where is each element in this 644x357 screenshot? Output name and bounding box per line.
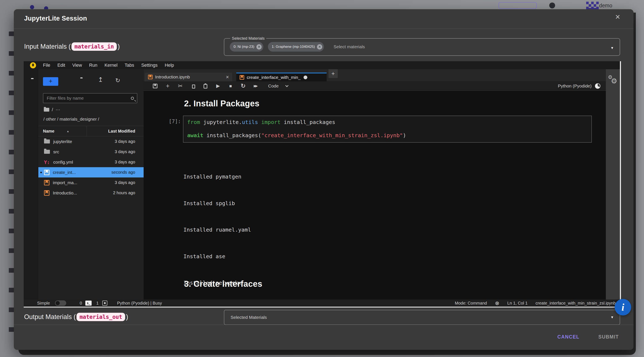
sort-ascending-icon[interactable] [66, 130, 69, 133]
info-icon: i [622, 301, 624, 313]
paste-icon[interactable] [202, 84, 208, 89]
new-launcher-button[interactable]: + [43, 77, 58, 86]
notebook-tab[interactable]: Introduction.ipynb [145, 73, 232, 81]
file-type-icon [44, 190, 50, 196]
menu-item[interactable]: Run [86, 63, 101, 68]
search-icon [131, 97, 134, 100]
filter-files-input[interactable] [46, 95, 131, 101]
file-modified: 2 hours ago [113, 190, 135, 195]
material-chip[interactable]: 0: Ni (mp-23) [230, 42, 263, 52]
output-line: Installed spglib [184, 200, 264, 207]
background-help-icon [549, 3, 555, 9]
column-name[interactable]: Name [43, 129, 54, 134]
selected-materials-field[interactable]: Selected Materials 0: Ni (mp-23) 1: Grap… [224, 36, 620, 56]
chip-delete-icon[interactable] [317, 44, 322, 50]
chevron-down-icon[interactable] [610, 46, 614, 50]
file-list: jupyterlite 3 days ago src 3 days ago [38, 136, 144, 198]
file-type-icon [44, 170, 50, 175]
file-row[interactable]: config.yml 3 days ago [38, 157, 144, 167]
section-heading-3: 3. Create interfaces [184, 279, 262, 289]
run-icon[interactable] [215, 83, 221, 89]
insert-cell-icon[interactable] [164, 83, 171, 89]
breadcrumb-ellipsis[interactable]: ··· [56, 107, 60, 112]
notebook-tab[interactable]: create_interface_with_min_ [236, 73, 326, 81]
filter-files-box [43, 93, 137, 103]
restart-icon[interactable] [240, 83, 246, 89]
user-avatar [586, 2, 589, 4]
cell-type-chevron-icon[interactable] [285, 84, 289, 87]
status-bar: Simple 0 1 Python (Pyodide) | Busy Mode:… [24, 299, 620, 307]
output-line: Installed ruamel.yaml [184, 226, 264, 233]
selected-materials-legend: Selected Materials [230, 36, 266, 41]
save-icon[interactable] [152, 84, 158, 88]
divider [14, 325, 634, 325]
menu-item[interactable]: Kernel [101, 63, 121, 68]
jupyterlite-session-modal: JupyterLite Session × Input Materials ( … [14, 9, 634, 350]
refresh-icon[interactable] [115, 78, 120, 83]
file-modified: 3 days ago [115, 180, 135, 185]
file-modified: 3 days ago [115, 139, 135, 144]
menu-item[interactable]: Edit [54, 63, 69, 68]
material-chips: 0: Ni (mp-23) 1: Graphene (mp-1040425) [230, 42, 324, 52]
kernel-status[interactable]: Python (Pyodide) | Busy [117, 301, 162, 306]
menu-item[interactable]: Settings [138, 63, 161, 68]
file-type-icon [44, 140, 50, 143]
file-name: create_int... [53, 170, 76, 175]
cell-type-select[interactable]: Code [268, 84, 278, 89]
trust-shield-icon[interactable] [495, 300, 499, 306]
new-tab-button[interactable]: + [328, 69, 338, 78]
run-all-icon[interactable] [252, 84, 259, 88]
kernel-name[interactable]: Python (Pyodide) [558, 84, 592, 89]
column-last-modified[interactable]: Last Modified [108, 129, 135, 134]
stop-icon[interactable] [228, 84, 234, 89]
submit-button[interactable]: SUBMIT [597, 334, 620, 340]
command-mode[interactable]: Mode: Command [455, 301, 487, 306]
notebook-icon [148, 75, 152, 79]
tab-dirty-dot [304, 76, 307, 79]
menu-item[interactable]: File [40, 63, 54, 68]
simple-mode-toggle[interactable] [55, 300, 66, 306]
home-folder-icon[interactable] [44, 108, 49, 112]
breadcrumb-root[interactable]: / [52, 107, 53, 112]
material-chip-label: 1: Graphene (mp-1040425) [272, 45, 315, 49]
upload-icon[interactable] [98, 78, 103, 83]
main-dock-panel: Introduction.ipynb create_interface_with… [144, 69, 606, 299]
menu-item[interactable]: Help [161, 63, 178, 68]
breadcrumb: / ··· [44, 107, 60, 112]
menu-item[interactable]: View [69, 63, 86, 68]
copy-icon[interactable] [190, 83, 196, 89]
output-line: Installed pymatgen [184, 173, 264, 180]
cursor-position[interactable]: Ln 1, Col 1 [507, 301, 528, 306]
chip-delete-icon[interactable] [256, 44, 262, 50]
kernel-busy-icon[interactable] [595, 83, 600, 89]
screen: demo JupyterLite Session × Input Materia… [0, 0, 644, 357]
file-row[interactable]: jupyterlite 3 days ago [38, 136, 144, 147]
cancel-button[interactable]: CANCEL [556, 334, 581, 340]
close-icon[interactable]: × [615, 13, 620, 21]
file-type-icon [44, 180, 50, 185]
chevron-down-icon[interactable] [610, 315, 614, 319]
kernel-chip-icon[interactable] [102, 300, 107, 306]
input-materials-suffix: ) [118, 43, 120, 50]
terminal-icon[interactable] [85, 300, 92, 306]
code-cell[interactable]: from jupyterlite.utils import install_pa… [183, 116, 592, 143]
material-chip[interactable]: 1: Graphene (mp-1040425) [268, 42, 324, 52]
breadcrumb-path[interactable]: / other / materials_designer / [44, 117, 99, 122]
menu-item[interactable]: Tabs [121, 63, 138, 68]
jupyterlite-logo-icon [30, 62, 36, 68]
file-row[interactable]: src 3 days ago [38, 147, 144, 157]
file-row[interactable]: create_int... seconds ago [38, 167, 144, 177]
tab-label: Introduction.ipynb [155, 75, 190, 80]
info-button[interactable]: i [615, 299, 631, 315]
simple-mode-label: Simple [37, 301, 50, 306]
file-row[interactable]: import_ma... 3 days ago [38, 177, 144, 188]
notebook-toolbar: Code Python (Pyodide) [144, 81, 606, 91]
property-inspector-gears-icon[interactable] [608, 76, 618, 86]
output-materials-select[interactable]: Selected Materials [224, 310, 620, 325]
tab-close-icon[interactable] [222, 74, 229, 80]
cut-icon[interactable] [177, 83, 184, 89]
jupyterlite-frame: File Edit View Run Kernel Tabs Settings [24, 61, 621, 307]
cell-output: Installed pymatgen Installed spglib Inst… [184, 147, 264, 299]
file-row[interactable]: Introductio... 2 hours ago [38, 188, 144, 198]
notebook-area[interactable]: 2. Install Packages [7]: from jupyterlit… [144, 91, 606, 299]
